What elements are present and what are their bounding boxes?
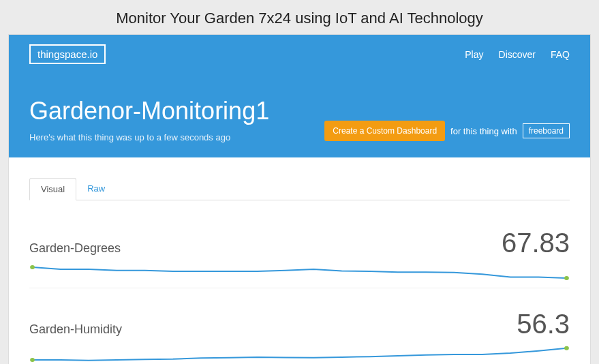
create-dashboard-button[interactable]: Create a Custom Dashboard [324, 121, 445, 141]
cta-text: for this thing with [450, 126, 517, 136]
brand-logo[interactable]: thingspace.io [29, 44, 106, 64]
dashboard-header: thingspace.io Play Discover FAQ Gardenor… [9, 35, 590, 157]
svg-point-3 [564, 346, 569, 350]
metric-degrees-label: Garden-Degrees [29, 241, 121, 256]
nav-play[interactable]: Play [465, 49, 483, 60]
metric-humidity: Garden-Humidity 56.3 [29, 309, 570, 364]
nav-faq[interactable]: FAQ [551, 49, 570, 60]
dashboard-frame: thingspace.io Play Discover FAQ Gardenor… [8, 34, 591, 364]
tab-raw[interactable]: Raw [76, 178, 116, 200]
svg-point-2 [30, 358, 35, 362]
dashboard-subtitle: Here's what this thing was up to a few s… [29, 132, 269, 142]
tab-visual[interactable]: Visual [29, 178, 76, 200]
metric-humidity-label: Garden-Humidity [29, 322, 122, 337]
sparkline-humidity [29, 344, 570, 364]
freeboard-link[interactable]: freeboard [523, 123, 570, 138]
dashboard-body: Visual Raw Garden-Degrees 67.83 Garden-H… [9, 157, 590, 364]
metric-humidity-value: 56.3 [517, 309, 570, 339]
dashboard-title: Gardenor-Monitoring1 [29, 97, 269, 125]
page-heading: Monitor Your Garden 7x24 using IoT and A… [0, 0, 599, 34]
nav-discover[interactable]: Discover [499, 49, 536, 60]
metric-degrees-value: 67.83 [502, 228, 570, 258]
metric-degrees: Garden-Degrees 67.83 [29, 228, 570, 288]
svg-point-1 [564, 276, 569, 280]
sparkline-degrees [29, 262, 570, 288]
svg-point-0 [30, 265, 35, 269]
top-nav: Play Discover FAQ [465, 49, 570, 60]
tabs: Visual Raw [29, 178, 570, 200]
